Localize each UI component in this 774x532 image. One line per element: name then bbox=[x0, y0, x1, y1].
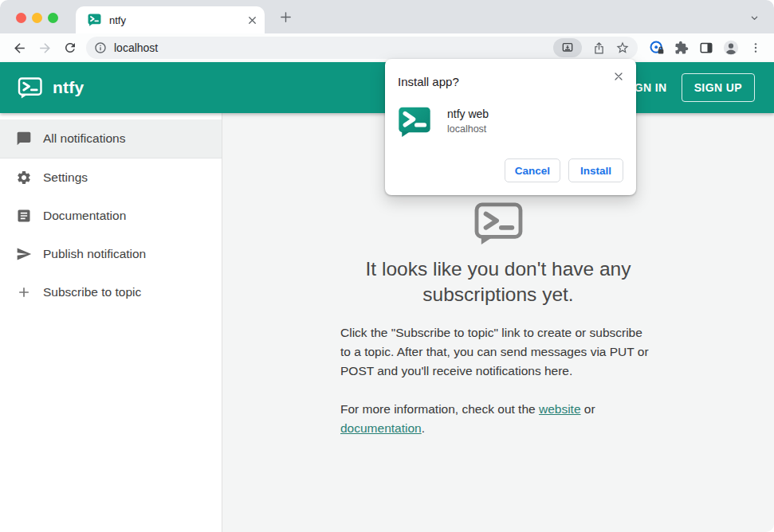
url-text: localhost bbox=[114, 41, 158, 54]
minimize-window-button[interactable] bbox=[32, 13, 42, 23]
browser-toolbar: localhost bbox=[0, 33, 774, 62]
dialog-app-name: ntfy web bbox=[447, 108, 489, 120]
paragraph2-middle: or bbox=[581, 402, 595, 416]
info-icon[interactable] bbox=[94, 41, 107, 54]
cancel-button[interactable]: Cancel bbox=[505, 158, 560, 182]
dialog-title: Install app? bbox=[398, 75, 623, 88]
chat-icon bbox=[16, 131, 32, 147]
close-tab-icon[interactable] bbox=[246, 14, 258, 26]
empty-state-paragraph-1: Click the "Subscribe to topic" link to c… bbox=[340, 323, 656, 381]
sidebar-item-publish-notification[interactable]: Publish notification bbox=[0, 235, 222, 273]
plus-icon bbox=[16, 284, 32, 300]
app-title: ntfy bbox=[53, 78, 84, 97]
sidebar-item-label: Documentation bbox=[43, 209, 126, 223]
window-controls bbox=[16, 13, 58, 23]
menu-dots-icon[interactable] bbox=[743, 36, 768, 60]
back-icon[interactable] bbox=[6, 35, 32, 61]
sidebar-item-label: Subscribe to topic bbox=[43, 285, 141, 299]
empty-state-headline: It looks like you don't have any subscri… bbox=[323, 256, 674, 307]
reload-icon[interactable] bbox=[57, 35, 83, 61]
ntfy-logo-icon bbox=[18, 77, 42, 99]
gear-icon bbox=[16, 170, 32, 186]
tab-search-chevron-icon[interactable] bbox=[747, 10, 761, 25]
dialog-app-origin: localhost bbox=[447, 123, 489, 135]
close-window-button[interactable] bbox=[16, 13, 26, 23]
dialog-app-texts: ntfy web localhost bbox=[447, 106, 489, 135]
ntfy-favicon-icon bbox=[88, 14, 101, 26]
ntfy-logo-large-icon bbox=[473, 202, 523, 245]
sidebar-item-all-notifications[interactable]: All notifications bbox=[0, 119, 222, 158]
sidebar-item-settings[interactable]: Settings bbox=[0, 158, 222, 197]
send-icon bbox=[16, 246, 32, 262]
paragraph2-suffix: . bbox=[422, 421, 425, 435]
new-tab-icon[interactable] bbox=[276, 7, 295, 26]
dialog-app-row: ntfy web localhost bbox=[398, 106, 623, 138]
website-link[interactable]: website bbox=[539, 402, 581, 416]
puzzle-icon[interactable] bbox=[669, 36, 693, 60]
sidebar-item-documentation[interactable]: Documentation bbox=[0, 197, 222, 235]
share-icon[interactable] bbox=[587, 37, 611, 59]
browser-window: ntfy localhost bbox=[0, 0, 774, 532]
sidebar: All notifications Settings Documentation bbox=[0, 113, 222, 532]
maximize-window-button[interactable] bbox=[48, 13, 58, 23]
sidebar-item-label: All notifications bbox=[43, 131, 125, 146]
tab-strip: ntfy bbox=[0, 0, 774, 33]
article-icon bbox=[16, 208, 32, 224]
empty-state-paragraph-2: For more information, check out the webs… bbox=[340, 400, 656, 438]
ntfy-app-icon bbox=[398, 106, 431, 138]
tab-title: ntfy bbox=[109, 14, 246, 26]
address-bar[interactable]: localhost bbox=[86, 37, 638, 59]
password-extension-icon[interactable] bbox=[644, 36, 669, 60]
install-button[interactable]: Install bbox=[568, 158, 623, 182]
extensions-cluster bbox=[644, 36, 768, 60]
sidebar-item-label: Settings bbox=[43, 170, 88, 185]
side-panel-icon[interactable] bbox=[693, 36, 718, 60]
dialog-actions: Cancel Install bbox=[398, 158, 623, 182]
sidebar-item-label: Publish notification bbox=[43, 247, 146, 261]
paragraph2-prefix: For more information, check out the bbox=[340, 402, 539, 416]
documentation-link[interactable]: documentation bbox=[340, 421, 422, 435]
close-icon[interactable] bbox=[611, 68, 627, 84]
forward-icon[interactable] bbox=[32, 35, 57, 61]
install-app-dialog: Install app? ntfy web localhost Cancel I… bbox=[385, 59, 636, 195]
browser-tab-ntfy[interactable]: ntfy bbox=[76, 6, 265, 33]
sign-up-button[interactable]: SIGN UP bbox=[682, 73, 755, 102]
install-icon[interactable] bbox=[553, 38, 582, 57]
sidebar-item-subscribe-to-topic[interactable]: Subscribe to topic bbox=[0, 273, 222, 311]
star-icon[interactable] bbox=[611, 37, 635, 59]
profile-icon[interactable] bbox=[718, 36, 743, 60]
empty-state-text: Click the "Subscribe to topic" link to c… bbox=[340, 323, 656, 457]
